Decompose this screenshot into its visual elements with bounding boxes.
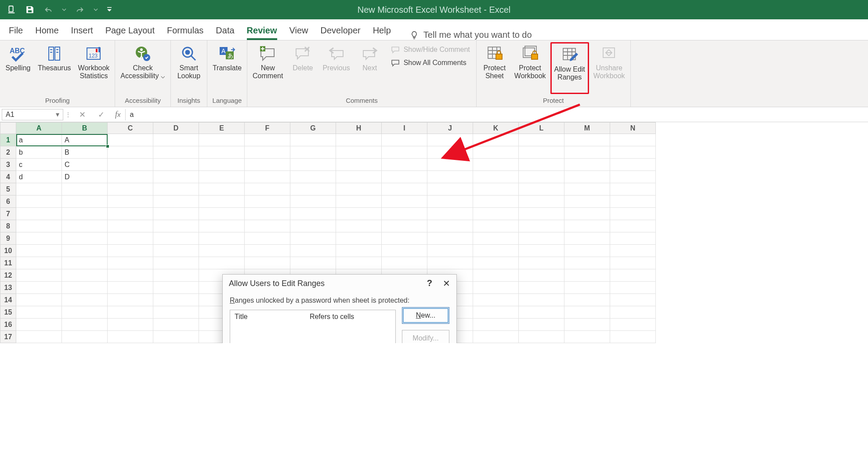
cell-N4[interactable] (610, 171, 656, 183)
cell-I11[interactable] (382, 257, 427, 269)
cell-L11[interactable] (519, 257, 564, 269)
cell-L10[interactable] (519, 245, 564, 257)
cell-G4[interactable] (290, 171, 336, 183)
cell-N8[interactable] (610, 220, 656, 232)
tell-me-search[interactable]: Tell me what you want to do (409, 30, 532, 40)
col-header-J[interactable]: J (427, 123, 473, 134)
cell-A13[interactable] (16, 282, 62, 294)
cell-C10[interactable] (108, 245, 153, 257)
cell-D16[interactable] (153, 319, 199, 331)
col-header-F[interactable]: F (245, 123, 290, 134)
touch-mode-icon[interactable] (6, 4, 17, 15)
cell-C4[interactable] (108, 171, 153, 183)
cell-B7[interactable] (62, 208, 108, 220)
col-header-B[interactable]: B (62, 123, 108, 134)
col-header-A[interactable]: A (16, 123, 62, 134)
row-header-3[interactable]: 3 (0, 159, 16, 171)
cell-N12[interactable] (610, 269, 656, 282)
cell-G5[interactable] (290, 183, 336, 196)
cell-M5[interactable] (564, 183, 610, 196)
col-header-E[interactable]: E (199, 123, 245, 134)
cell-H1[interactable] (336, 134, 382, 146)
cell-G11[interactable] (290, 257, 336, 269)
cell-L7[interactable] (519, 208, 564, 220)
cell-C13[interactable] (108, 282, 153, 294)
tab-insert[interactable]: Insert (71, 25, 93, 40)
cell-C7[interactable] (108, 208, 153, 220)
cell-K17[interactable] (473, 331, 519, 343)
cell-E9[interactable] (199, 232, 245, 245)
select-all-corner[interactable] (0, 123, 16, 134)
cell-D4[interactable] (153, 171, 199, 183)
cell-K1[interactable] (473, 134, 519, 146)
cell-D15[interactable] (153, 306, 199, 319)
cell-M1[interactable] (564, 134, 610, 146)
cell-A3[interactable]: c (16, 159, 62, 171)
cell-A4[interactable]: d (16, 171, 62, 183)
col-header-H[interactable]: H (336, 123, 382, 134)
tab-page-layout[interactable]: Page Layout (105, 25, 155, 40)
cell-K6[interactable] (473, 196, 519, 208)
cell-L8[interactable] (519, 220, 564, 232)
cell-K9[interactable] (473, 232, 519, 245)
cell-K7[interactable] (473, 208, 519, 220)
cell-E3[interactable] (199, 159, 245, 171)
col-header-K[interactable]: K (473, 123, 519, 134)
cell-D13[interactable] (153, 282, 199, 294)
cell-B11[interactable] (62, 257, 108, 269)
cell-M12[interactable] (564, 269, 610, 282)
cell-N15[interactable] (610, 306, 656, 319)
cell-J10[interactable] (427, 245, 473, 257)
cell-C1[interactable] (108, 134, 153, 146)
cell-B1[interactable]: A (62, 134, 108, 146)
cell-J11[interactable] (427, 257, 473, 269)
cell-A7[interactable] (16, 208, 62, 220)
cell-C14[interactable] (108, 294, 153, 306)
qat-customize-icon[interactable] (106, 4, 112, 15)
cell-G7[interactable] (290, 208, 336, 220)
cell-N6[interactable] (610, 196, 656, 208)
cell-M16[interactable] (564, 319, 610, 331)
cell-I7[interactable] (382, 208, 427, 220)
cell-B8[interactable] (62, 220, 108, 232)
cell-H8[interactable] (336, 220, 382, 232)
cell-H7[interactable] (336, 208, 382, 220)
tab-data[interactable]: Data (216, 25, 234, 40)
cell-N17[interactable] (610, 331, 656, 343)
cell-C11[interactable] (108, 257, 153, 269)
cell-C8[interactable] (108, 220, 153, 232)
protect-workbook-button[interactable]: Protect Workbook (512, 42, 549, 94)
cell-N10[interactable] (610, 245, 656, 257)
cell-L1[interactable] (519, 134, 564, 146)
tab-developer[interactable]: Developer (321, 25, 361, 40)
cell-M10[interactable] (564, 245, 610, 257)
cell-H2[interactable] (336, 146, 382, 159)
cell-E7[interactable] (199, 208, 245, 220)
cell-K4[interactable] (473, 171, 519, 183)
cell-L16[interactable] (519, 319, 564, 331)
allow-edit-ranges-button[interactable]: Allow Edit Ranges (552, 43, 588, 83)
cell-D6[interactable] (153, 196, 199, 208)
cell-D3[interactable] (153, 159, 199, 171)
cell-B2[interactable]: B (62, 146, 108, 159)
cell-C5[interactable] (108, 183, 153, 196)
cell-B16[interactable] (62, 319, 108, 331)
row-header-1[interactable]: 1 (0, 134, 16, 146)
tab-file[interactable]: File (9, 25, 23, 40)
cell-C9[interactable] (108, 232, 153, 245)
cell-L17[interactable] (519, 331, 564, 343)
check-accessibility-button[interactable]: Check Accessibility ⌵ (118, 42, 168, 94)
cell-D2[interactable] (153, 146, 199, 159)
cell-M6[interactable] (564, 196, 610, 208)
cell-G1[interactable] (290, 134, 336, 146)
row-header-15[interactable]: 15 (0, 306, 16, 319)
cell-I2[interactable] (382, 146, 427, 159)
cell-N5[interactable] (610, 183, 656, 196)
name-box[interactable]: A1 ▾ (2, 109, 63, 120)
cell-B9[interactable] (62, 232, 108, 245)
row-header-8[interactable]: 8 (0, 220, 16, 232)
cell-F9[interactable] (245, 232, 290, 245)
cell-N11[interactable] (610, 257, 656, 269)
cell-E1[interactable] (199, 134, 245, 146)
col-header-N[interactable]: N (610, 123, 656, 134)
